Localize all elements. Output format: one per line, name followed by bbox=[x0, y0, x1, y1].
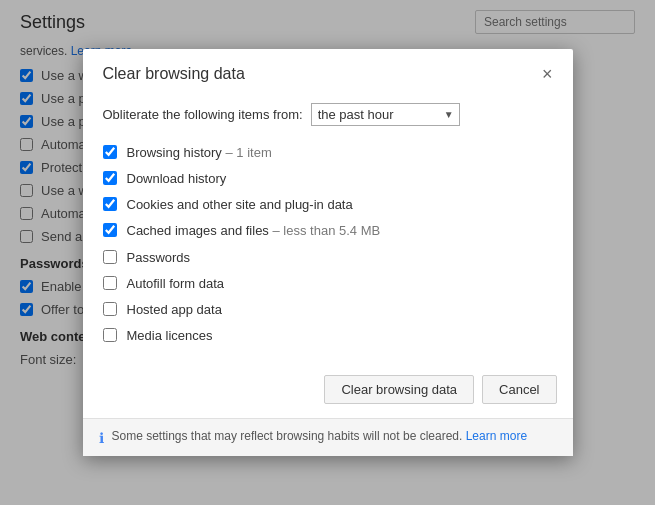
checkbox-cookies-label: Cookies and other site and plug-in data bbox=[127, 196, 353, 214]
checkbox-media-licences-label: Media licences bbox=[127, 327, 213, 345]
dialog-body: Obliterate the following items from: the… bbox=[83, 93, 573, 366]
checkbox-autofill-label: Autofill form data bbox=[127, 275, 225, 293]
footer-info-static: Some settings that may reflect browsing … bbox=[112, 429, 463, 443]
dialog-close-button[interactable]: × bbox=[542, 65, 553, 83]
checkbox-media-licences-input[interactable] bbox=[103, 328, 117, 342]
checkbox-browsing-history-input[interactable] bbox=[103, 145, 117, 159]
browsing-history-count: – 1 item bbox=[225, 145, 271, 160]
modal-overlay: Clear browsing data × Obliterate the fol… bbox=[0, 0, 655, 505]
checkbox-cached-images: Cached images and files – less than 5.4 … bbox=[103, 218, 553, 244]
footer-learn-more-link[interactable]: Learn more bbox=[466, 429, 527, 443]
checkbox-autofill: Autofill form data bbox=[103, 271, 553, 297]
checkbox-download-history-input[interactable] bbox=[103, 171, 117, 185]
dialog-footer: ℹ Some settings that may reflect browsin… bbox=[83, 418, 573, 456]
clear-browsing-data-button[interactable]: Clear browsing data bbox=[324, 375, 474, 404]
checkbox-download-history: Download history bbox=[103, 166, 553, 192]
footer-info-text: Some settings that may reflect browsing … bbox=[112, 429, 528, 443]
checkbox-download-history-label: Download history bbox=[127, 170, 227, 188]
checkbox-media-licences: Media licences bbox=[103, 323, 553, 349]
cancel-button[interactable]: Cancel bbox=[482, 375, 556, 404]
checkbox-hosted-app-input[interactable] bbox=[103, 302, 117, 316]
dialog-title: Clear browsing data bbox=[103, 65, 245, 83]
checkbox-browsing-history: Browsing history – 1 item bbox=[103, 140, 553, 166]
info-icon: ℹ bbox=[99, 430, 104, 446]
time-range-select[interactable]: the past hour the past day the past week… bbox=[311, 103, 460, 126]
checkbox-hosted-app: Hosted app data bbox=[103, 297, 553, 323]
checkbox-passwords-label: Passwords bbox=[127, 249, 191, 267]
checkbox-passwords: Passwords bbox=[103, 245, 553, 271]
checkbox-browsing-history-label: Browsing history – 1 item bbox=[127, 144, 272, 162]
cached-size-label: – less than 5.4 MB bbox=[272, 223, 380, 238]
clear-browsing-data-dialog: Clear browsing data × Obliterate the fol… bbox=[83, 49, 573, 457]
time-range-select-wrapper: the past hour the past day the past week… bbox=[311, 103, 460, 126]
checkbox-cached-images-input[interactable] bbox=[103, 223, 117, 237]
checkbox-cached-images-label: Cached images and files – less than 5.4 … bbox=[127, 222, 381, 240]
checkbox-cookies: Cookies and other site and plug-in data bbox=[103, 192, 553, 218]
checkbox-passwords-input[interactable] bbox=[103, 250, 117, 264]
checkbox-cookies-input[interactable] bbox=[103, 197, 117, 211]
obliterate-label: Obliterate the following items from: bbox=[103, 107, 303, 122]
obliterate-row: Obliterate the following items from: the… bbox=[103, 103, 553, 126]
dialog-actions: Clear browsing data Cancel bbox=[83, 365, 573, 418]
dialog-header: Clear browsing data × bbox=[83, 49, 573, 93]
checkbox-autofill-input[interactable] bbox=[103, 276, 117, 290]
checkbox-hosted-app-label: Hosted app data bbox=[127, 301, 222, 319]
